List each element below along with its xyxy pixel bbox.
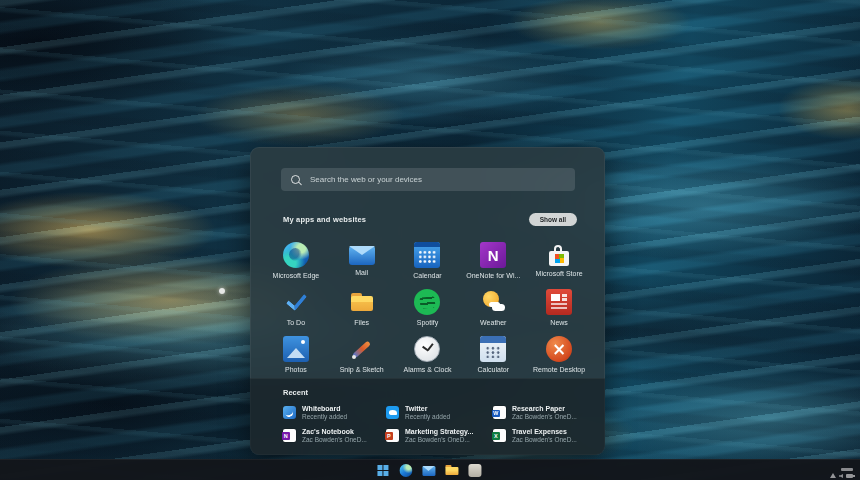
- app-label: Snip & Sketch: [340, 366, 384, 373]
- apps-section-header: My apps and websites Show all: [283, 213, 577, 226]
- app-tile-onenote-for-wi[interactable]: OneNote for Wi...: [460, 242, 526, 289]
- search-icon: [291, 175, 300, 184]
- app-label: News: [550, 319, 568, 326]
- app-tile-calculator[interactable]: Calculator: [460, 336, 526, 383]
- app-tile-to-do[interactable]: To Do: [263, 289, 329, 336]
- store-icon: [549, 251, 569, 266]
- show-all-button[interactable]: Show all: [529, 213, 577, 226]
- recent-section-title: Recent: [283, 388, 605, 397]
- app-label: Calendar: [413, 272, 441, 279]
- recent-item-title: Travel Expenses: [512, 428, 577, 436]
- app-tile-snip-sketch[interactable]: Snip & Sketch: [329, 336, 395, 383]
- app-label: Spotify: [417, 319, 438, 326]
- files-icon: [349, 289, 375, 315]
- taskbar-center-icons: [376, 460, 481, 480]
- recent-item-title: Twitter: [405, 405, 450, 413]
- app-label: Alarms & Clock: [404, 366, 452, 373]
- volume-icon[interactable]: [839, 474, 843, 478]
- app-tile-alarms-clock[interactable]: Alarms & Clock: [395, 336, 461, 383]
- news-icon: [546, 289, 572, 315]
- recent-item-marketing-strategy[interactable]: Marketing Strategy...Zac Bowden's OneD..…: [386, 428, 493, 445]
- mail-icon: [349, 246, 375, 265]
- remote-icon: [546, 336, 572, 362]
- todo-icon: [283, 289, 309, 315]
- spotify-icon: [414, 289, 440, 315]
- app-label: Microsoft Store: [536, 270, 583, 277]
- recent-item-twitter[interactable]: TwitterRecently added: [386, 405, 493, 422]
- app-tile-spotify[interactable]: Spotify: [395, 289, 461, 336]
- recent-section: Recent WhiteboardRecently addedTwitterRe…: [250, 378, 605, 455]
- app-tile-mail[interactable]: Mail: [329, 242, 395, 289]
- weather-icon: [480, 289, 506, 315]
- app-label: Weather: [480, 319, 506, 326]
- recent-item-subtitle: Recently added: [302, 413, 347, 421]
- search-input[interactable]: [308, 174, 565, 185]
- recent-item-subtitle: Recently added: [405, 413, 450, 421]
- app-tile-files[interactable]: Files: [329, 289, 395, 336]
- app-label: OneNote for Wi...: [466, 272, 520, 279]
- search-bar[interactable]: [281, 168, 575, 191]
- recent-item-whiteboard[interactable]: WhiteboardRecently added: [283, 405, 386, 422]
- recent-item-title: Whiteboard: [302, 405, 347, 413]
- app-tile-news[interactable]: News: [526, 289, 592, 336]
- recent-item-travel-expenses[interactable]: Travel ExpensesZac Bowden's OneD...: [493, 428, 605, 445]
- battery-icon[interactable]: [846, 474, 853, 478]
- app-label: Remote Desktop: [533, 366, 585, 373]
- doc-onenote-icon: [283, 429, 296, 442]
- wifi-icon[interactable]: [830, 473, 836, 478]
- taskbar-mail-icon[interactable]: [422, 466, 435, 476]
- app-label: Photos: [285, 366, 307, 373]
- taskbar-microsoft-edge-icon[interactable]: [399, 464, 412, 477]
- start-menu-panel: My apps and websites Show all Microsoft …: [250, 147, 605, 455]
- calculator-icon: [480, 336, 506, 362]
- recent-item-title: Marketing Strategy...: [405, 428, 473, 436]
- recent-item-subtitle: Zac Bowden's OneD...: [512, 436, 577, 444]
- taskbar-start-icon[interactable]: [376, 464, 389, 477]
- recent-item-zac-s-notebook[interactable]: Zac's NotebookZac Bowden's OneD...: [283, 428, 386, 445]
- recent-item-subtitle: Zac Bowden's OneD...: [302, 436, 367, 444]
- app-tile-remote-desktop[interactable]: Remote Desktop: [526, 336, 592, 383]
- calendar-icon: [414, 242, 440, 268]
- mouse-cursor: [219, 288, 225, 294]
- app-label: Mail: [355, 269, 368, 276]
- snip-icon: [349, 336, 375, 362]
- app-label: Microsoft Edge: [273, 272, 320, 279]
- onenote-icon: [480, 242, 506, 268]
- photos-icon: [283, 336, 309, 362]
- whiteboard-icon: [283, 406, 296, 419]
- doc-ppt-icon: [386, 429, 399, 442]
- app-tile-calendar[interactable]: Calendar: [395, 242, 461, 289]
- recent-grid: WhiteboardRecently addedTwitterRecently …: [283, 405, 605, 444]
- twitter-icon: [386, 406, 399, 419]
- system-tray[interactable]: [830, 468, 853, 478]
- desktop-wallpaper: My apps and websites Show all Microsoft …: [0, 0, 860, 480]
- app-tile-microsoft-edge[interactable]: Microsoft Edge: [263, 242, 329, 289]
- app-tile-weather[interactable]: Weather: [460, 289, 526, 336]
- doc-word-icon: [493, 406, 506, 419]
- app-label: Calculator: [478, 366, 510, 373]
- tray-status-text: [841, 468, 853, 471]
- clock-icon: [414, 336, 440, 362]
- app-label: Files: [354, 319, 369, 326]
- app-label: To Do: [287, 319, 305, 326]
- recent-item-subtitle: Zac Bowden's OneD...: [405, 436, 473, 444]
- app-grid: Microsoft EdgeMailCalendarOneNote for Wi…: [263, 242, 592, 383]
- edge-icon: [283, 242, 309, 268]
- app-tile-photos[interactable]: Photos: [263, 336, 329, 383]
- app-tile-microsoft-store[interactable]: Microsoft Store: [526, 242, 592, 289]
- taskbar: [0, 459, 860, 480]
- taskbar-app-icon[interactable]: [468, 464, 481, 477]
- taskbar-files-icon[interactable]: [445, 464, 458, 477]
- doc-excel-icon: [493, 429, 506, 442]
- recent-item-subtitle: Zac Bowden's OneD...: [512, 413, 577, 421]
- recent-item-title: Zac's Notebook: [302, 428, 367, 436]
- recent-item-research-paper[interactable]: Research PaperZac Bowden's OneD...: [493, 405, 605, 422]
- recent-item-title: Research Paper: [512, 405, 577, 413]
- apps-section-title: My apps and websites: [283, 215, 366, 224]
